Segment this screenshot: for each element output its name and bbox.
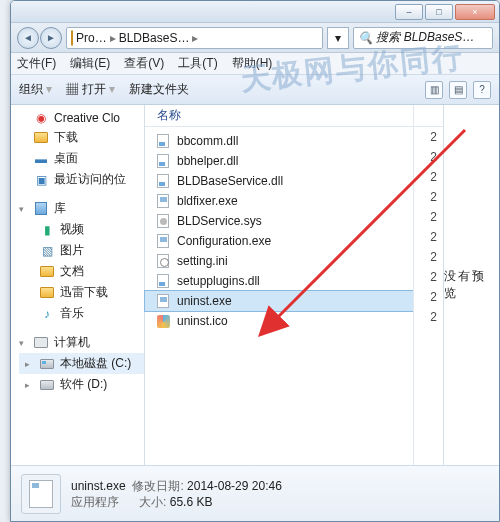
- column-header-date[interactable]: [414, 105, 443, 127]
- video-icon: ▮: [39, 223, 55, 237]
- folder-icon: [40, 287, 54, 298]
- open-button[interactable]: ▦ 打开 ▾: [66, 81, 115, 98]
- pictures-icon: ▧: [39, 244, 55, 258]
- music-icon: ♪: [39, 307, 55, 321]
- status-filetype: 应用程序: [71, 495, 119, 509]
- file-row[interactable]: setupplugins.dll: [145, 271, 413, 291]
- file-type-icon: [21, 474, 61, 514]
- file-name: Configuration.exe: [177, 234, 271, 248]
- close-button[interactable]: ×: [455, 4, 495, 20]
- tree-collapse-icon[interactable]: ▾: [19, 204, 28, 214]
- drive-icon: [40, 359, 54, 369]
- chevron-down-icon: ▾: [109, 82, 115, 96]
- menu-help[interactable]: 帮助(H): [232, 55, 273, 72]
- status-mod-value: 2014-08-29 20:46: [187, 479, 282, 493]
- preview-pane-button[interactable]: ▤: [449, 81, 467, 99]
- file-row[interactable]: BLDBaseService.dll: [145, 171, 413, 191]
- file-name: bbhelper.dll: [177, 154, 238, 168]
- file-icon: [155, 233, 171, 249]
- file-row[interactable]: bbcomm.dll: [145, 131, 413, 151]
- file-list[interactable]: bbcomm.dllbbhelper.dllBLDBaseService.dll…: [145, 127, 413, 335]
- minimize-button[interactable]: –: [395, 4, 423, 20]
- preview-empty-label: 没有预览: [444, 268, 499, 302]
- nav-back-button[interactable]: ◄: [17, 27, 39, 49]
- tree-expand-icon[interactable]: ▸: [25, 380, 34, 390]
- nav-item-downloads[interactable]: 下载: [19, 127, 144, 148]
- breadcrumb-seg[interactable]: Pro…: [76, 31, 107, 45]
- file-row[interactable]: uninst.exe: [145, 291, 413, 311]
- file-date-cell: 2: [414, 147, 443, 167]
- menu-view[interactable]: 查看(V): [124, 55, 164, 72]
- file-name: bbcomm.dll: [177, 134, 238, 148]
- maximize-button[interactable]: □: [425, 4, 453, 20]
- status-mod-label: 修改日期:: [132, 479, 183, 493]
- file-icon: [155, 253, 171, 269]
- file-row[interactable]: setting.ini: [145, 251, 413, 271]
- file-name: setupplugins.dll: [177, 274, 260, 288]
- file-date-cell: 2: [414, 267, 443, 287]
- nav-item-music[interactable]: ♪音乐: [19, 303, 144, 324]
- file-name: uninst.ico: [177, 314, 228, 328]
- tree-collapse-icon[interactable]: ▾: [19, 338, 28, 348]
- organize-button[interactable]: 组织 ▾: [19, 81, 52, 98]
- search-placeholder: 搜索 BLDBaseS…: [376, 29, 474, 46]
- file-name: BLDBaseService.dll: [177, 174, 283, 188]
- file-icon: [155, 133, 171, 149]
- nav-item-videos[interactable]: ▮视频: [19, 219, 144, 240]
- cc-icon: ◉: [33, 111, 49, 125]
- file-date-cell: 2: [414, 207, 443, 227]
- navigation-pane[interactable]: ◉Creative Clo 下载 ▬桌面 ▣最近访问的位 ▾库 ▮视频 ▧图片 …: [11, 105, 145, 465]
- folder-icon: [34, 132, 48, 143]
- open-icon: ▦: [66, 82, 78, 96]
- nav-item-xunlei[interactable]: 迅雷下载: [19, 282, 144, 303]
- new-folder-button[interactable]: 新建文件夹: [129, 81, 189, 98]
- nav-forward-button[interactable]: ►: [40, 27, 62, 49]
- file-date-cell: 2: [414, 187, 443, 207]
- search-input[interactable]: 🔍 搜索 BLDBaseS…: [353, 27, 493, 49]
- file-row[interactable]: bbhelper.dll: [145, 151, 413, 171]
- menu-edit[interactable]: 编辑(E): [70, 55, 110, 72]
- view-mode-button[interactable]: ▥: [425, 81, 443, 99]
- menu-file[interactable]: 文件(F): [17, 55, 56, 72]
- folder-icon: [40, 266, 54, 277]
- drive-icon: [40, 380, 54, 390]
- status-size-value: 65.6 KB: [170, 495, 213, 509]
- tree-expand-icon[interactable]: ▸: [25, 359, 34, 369]
- file-row[interactable]: Configuration.exe: [145, 231, 413, 251]
- menu-tools[interactable]: 工具(T): [178, 55, 217, 72]
- breadcrumb[interactable]: Pro… ▸ BLDBaseS… ▸: [66, 27, 323, 49]
- library-icon: [35, 202, 47, 215]
- nav-item-creative-cloud[interactable]: ◉Creative Clo: [19, 109, 144, 127]
- file-list-pane: 名称 bbcomm.dllbbhelper.dllBLDBaseService.…: [145, 105, 499, 465]
- file-icon: [155, 193, 171, 209]
- details-pane: uninst.exe 修改日期: 2014-08-29 20:46 应用程序 大…: [11, 465, 499, 521]
- nav-item-recent[interactable]: ▣最近访问的位: [19, 169, 144, 190]
- nav-item-documents[interactable]: 文档: [19, 261, 144, 282]
- file-row[interactable]: bldfixer.exe: [145, 191, 413, 211]
- dropdown-icon: ▾: [335, 31, 341, 45]
- refresh-button[interactable]: ▾: [327, 27, 349, 49]
- file-row[interactable]: uninst.ico: [145, 311, 413, 331]
- help-button[interactable]: ?: [473, 81, 491, 99]
- recent-icon: ▣: [33, 173, 49, 187]
- nav-item-libraries[interactable]: ▾库: [19, 198, 144, 219]
- preview-pane: 没有预览: [443, 105, 499, 465]
- nav-item-pictures[interactable]: ▧图片: [19, 240, 144, 261]
- chevron-right-icon: ▸: [110, 31, 116, 45]
- folder-icon: [71, 30, 73, 46]
- chevron-down-icon: ▾: [46, 82, 52, 96]
- file-name: setting.ini: [177, 254, 228, 268]
- breadcrumb-seg[interactable]: BLDBaseS…: [119, 31, 190, 45]
- nav-item-desktop[interactable]: ▬桌面: [19, 148, 144, 169]
- file-date-cell: 2: [414, 127, 443, 147]
- nav-item-drive-d[interactable]: ▸软件 (D:): [19, 374, 144, 395]
- file-row[interactable]: BLDService.sys: [145, 211, 413, 231]
- nav-item-computer[interactable]: ▾计算机: [19, 332, 144, 353]
- column-header-name[interactable]: 名称: [145, 105, 413, 127]
- content-area: ◉Creative Clo 下载 ▬桌面 ▣最近访问的位 ▾库 ▮视频 ▧图片 …: [11, 105, 499, 465]
- titlebar: – □ ×: [11, 1, 499, 23]
- nav-item-drive-c[interactable]: ▸本地磁盘 (C:): [19, 353, 144, 374]
- file-icon: [155, 173, 171, 189]
- file-icon: [155, 153, 171, 169]
- file-name: BLDService.sys: [177, 214, 262, 228]
